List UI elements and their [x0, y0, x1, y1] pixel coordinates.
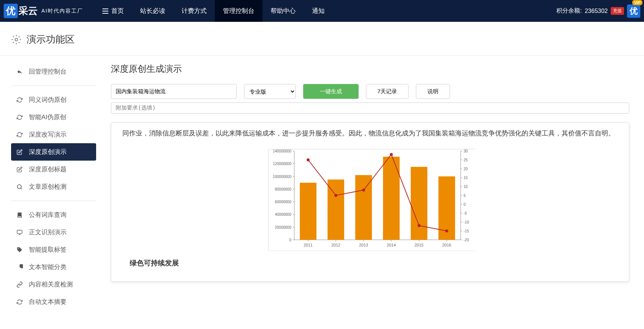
- chart: 0200000004000000060000000800000001000000…: [265, 147, 475, 251]
- svg-point-74: [335, 194, 338, 197]
- sidebar-item[interactable]: 内容相关度检测: [11, 276, 96, 293]
- nav-label: 通知: [312, 7, 325, 15]
- logo-box: 优: [4, 4, 18, 18]
- svg-text:40000000: 40000000: [275, 212, 292, 216]
- sidebar-item[interactable]: 深度原创演示: [11, 143, 96, 161]
- link-icon: [16, 282, 24, 288]
- svg-text:-15: -15: [464, 229, 469, 233]
- logo-text: 采云: [18, 4, 38, 17]
- sidebar-item-label: 深度原创标题: [29, 165, 67, 174]
- nav-console[interactable]: 管理控制台: [215, 0, 262, 22]
- page-header: 演示功能区: [0, 22, 644, 56]
- svg-point-6: [15, 38, 18, 41]
- sidebar-item[interactable]: 正文识别演示: [11, 224, 96, 241]
- points-label: 积分余额:: [556, 7, 582, 15]
- page-title: 演示功能区: [27, 33, 75, 46]
- sidebar-item-label: 正文识别演示: [29, 228, 67, 236]
- svg-point-73: [307, 158, 310, 161]
- svg-rect-57: [355, 175, 372, 240]
- svg-point-77: [418, 224, 421, 227]
- sidebar-divider: [11, 85, 96, 86]
- svg-rect-59: [411, 167, 427, 240]
- svg-text:30: 30: [464, 149, 468, 153]
- history-button[interactable]: 7天记录: [366, 84, 409, 99]
- svg-line-8: [21, 188, 22, 189]
- sidebar-item[interactable]: 回管理控制台: [11, 63, 96, 80]
- edit-icon: [16, 149, 24, 155]
- nav-help[interactable]: 帮助中心: [262, 0, 304, 22]
- nav-home[interactable]: 首页: [94, 0, 132, 22]
- svg-text:25: 25: [464, 158, 468, 162]
- refresh-icon: [16, 132, 24, 138]
- svg-point-12: [18, 248, 19, 249]
- result-paragraph: 同作业，消除信息断层及误差，以此来降低运输成本，进一步提升服务感受。因此，物流信…: [122, 127, 618, 140]
- version-select[interactable]: 专业版: [244, 84, 296, 99]
- refresh-icon: [16, 114, 24, 120]
- sidebar-item-label: 深度原创演示: [29, 148, 67, 156]
- svg-text:20: 20: [464, 167, 468, 171]
- svg-text:10: 10: [464, 185, 468, 189]
- svg-text:0: 0: [289, 238, 291, 242]
- nav-billing[interactable]: 计费方式: [173, 0, 215, 22]
- keyword-input[interactable]: [111, 84, 237, 99]
- sidebar-item-label: 智能提取标签: [29, 245, 67, 254]
- svg-text:5: 5: [464, 194, 466, 198]
- nav-notify[interactable]: 通知: [304, 0, 333, 22]
- nav-label: 首页: [111, 7, 124, 15]
- main-nav: 首页 站长必读 计费方式 管理控制台 帮助中心 通知: [94, 0, 333, 22]
- svg-text:140000000: 140000000: [273, 149, 291, 153]
- svg-text:2011: 2011: [304, 243, 312, 247]
- svg-text:0: 0: [464, 202, 466, 207]
- sidebar-item[interactable]: 深度改写演示: [11, 126, 96, 143]
- sidebar-item-label: 智能AI伪原创: [29, 113, 66, 121]
- gear-icon: [11, 34, 21, 45]
- help-button[interactable]: 说明: [416, 84, 450, 99]
- svg-point-76: [390, 153, 393, 156]
- sidebar-item[interactable]: 自动文本摘要: [11, 293, 96, 310]
- sidebar-item[interactable]: 同义词伪原创: [11, 91, 96, 108]
- sidebar-item[interactable]: 智能AI伪原创: [11, 108, 96, 126]
- edit-icon: [16, 167, 24, 172]
- result-panel[interactable]: 同作业，消除信息断层及误差，以此来降低运输成本，进一步提升服务感受。因此，物流信…: [111, 122, 629, 282]
- svg-point-75: [362, 189, 365, 192]
- pie-icon: [16, 264, 24, 270]
- refresh-icon: [16, 299, 24, 305]
- extra-requirements-input[interactable]: [111, 103, 629, 114]
- sidebar-item-label: 回管理控制台: [29, 67, 67, 76]
- main-title: 深度原创生成演示: [111, 63, 629, 75]
- svg-text:2015: 2015: [414, 243, 423, 247]
- generate-button[interactable]: 一键生成: [303, 84, 359, 99]
- vip-badge-wrap[interactable]: VIP 优: [627, 4, 640, 18]
- sidebar-item[interactable]: 深度原创标题: [11, 161, 96, 178]
- svg-text:-5: -5: [464, 211, 467, 215]
- sidebar-item-label: 公有词库查询: [29, 211, 67, 219]
- recharge-button[interactable]: 充值: [611, 7, 624, 15]
- book-icon: [16, 212, 24, 218]
- sidebar-item[interactable]: 文本智能分类: [11, 258, 96, 276]
- svg-text:-10: -10: [464, 220, 469, 224]
- sidebar-item[interactable]: 智能提取标签: [11, 241, 96, 258]
- svg-text:2014: 2014: [387, 243, 396, 247]
- svg-rect-2: [102, 13, 108, 14]
- logo-subtitle: AI时代内容工厂: [41, 8, 83, 14]
- svg-point-78: [445, 229, 448, 232]
- nav-label: 帮助中心: [271, 7, 296, 15]
- sidebar-item-label: 文本智能分类: [29, 263, 67, 271]
- vip-badge: VIP: [632, 0, 643, 5]
- svg-text:120000000: 120000000: [273, 162, 291, 166]
- controls-row: 专业版 一键生成 7天记录 说明: [111, 84, 629, 99]
- svg-text:80000000: 80000000: [275, 187, 292, 191]
- logo[interactable]: 优 采云 AI时代内容工厂: [0, 4, 83, 18]
- sidebar-item-label: 同义词伪原创: [29, 95, 67, 104]
- result-subheading: 绿色可持续发展: [130, 258, 618, 268]
- sidebar-item[interactable]: 文章原创检测: [11, 178, 96, 195]
- nav-webmaster[interactable]: 站长必读: [132, 0, 173, 22]
- sidebar: 回管理控制台同义词伪原创智能AI伪原创深度改写演示深度原创演示深度原创标题文章原…: [0, 56, 107, 318]
- desktop-icon: [16, 229, 24, 235]
- sidebar-item[interactable]: 公有词库查询: [11, 206, 96, 224]
- main-content: 深度原创生成演示 专业版 一键生成 7天记录 说明 同作业，消除信息断层及误差，…: [107, 56, 644, 318]
- sidebar-item-label: 自动文本摘要: [29, 298, 67, 306]
- list-icon: [102, 9, 108, 14]
- svg-rect-9: [17, 230, 22, 234]
- search-icon: [16, 184, 24, 190]
